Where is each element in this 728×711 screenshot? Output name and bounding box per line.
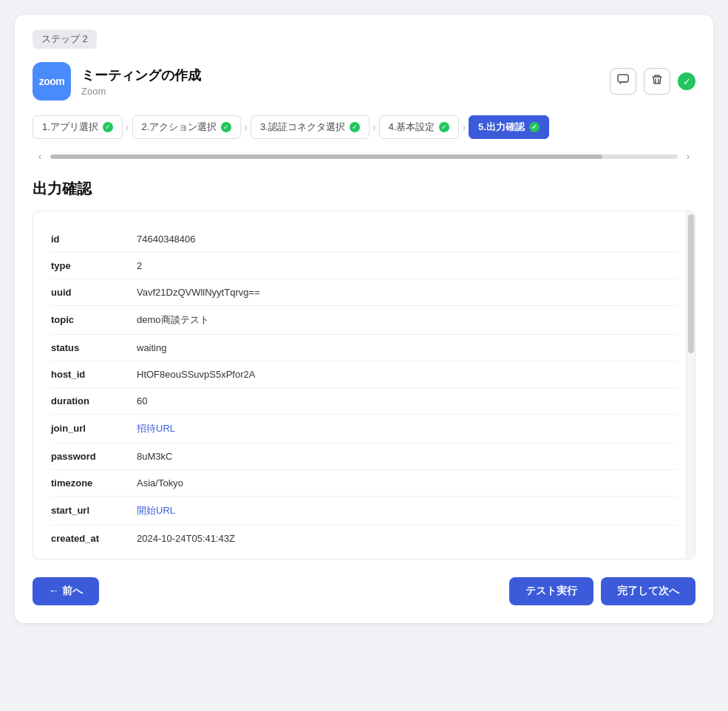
vertical-scrollbar bbox=[686, 211, 695, 559]
header-left: zoom ミーティングの作成 Zoom bbox=[33, 62, 201, 101]
step-label-3: 3.認証コネクタ選択 bbox=[260, 120, 345, 134]
scroll-row: ‹ › bbox=[33, 149, 695, 164]
field-row-created-at: created_at 2024-10-24T05:41:43Z bbox=[51, 525, 677, 551]
step-check-4: ✓ bbox=[439, 122, 449, 132]
field-row-duration: duration 60 bbox=[51, 388, 677, 415]
field-key-created-at: created_at bbox=[51, 533, 125, 544]
field-key-host-id: host_id bbox=[51, 369, 125, 380]
field-key-uuid: uuid bbox=[51, 287, 125, 298]
main-card: ステップ 2 zoom ミーティングの作成 Zoom bbox=[15, 15, 713, 623]
step-arrow-2: › bbox=[244, 121, 248, 133]
field-key-password: password bbox=[51, 451, 125, 462]
step-arrow-4: › bbox=[462, 121, 466, 133]
step-badge: ステップ 2 bbox=[33, 30, 97, 49]
scroll-left-arrow[interactable]: ‹ bbox=[33, 149, 47, 164]
field-value-id: 74640348406 bbox=[137, 234, 196, 245]
header-check-circle: ✓ bbox=[678, 72, 695, 90]
step-button-4[interactable]: 4.基本設定 ✓ bbox=[379, 115, 460, 139]
field-key-type: type bbox=[51, 260, 125, 271]
delete-button[interactable] bbox=[644, 68, 670, 95]
header-text: ミーティングの作成 Zoom bbox=[81, 67, 201, 97]
step-item-3: 3.認証コネクタ選択 ✓ › bbox=[251, 115, 376, 139]
content-inner: id 74640348406 type 2 uuid Vavf21DzQVWll… bbox=[33, 211, 695, 559]
scrollbar-track bbox=[50, 154, 678, 159]
complete-button[interactable]: 完了して次へ bbox=[601, 577, 695, 605]
step-item-1: 1.アプリ選択 ✓ › bbox=[33, 115, 129, 139]
field-key-topic: topic bbox=[51, 314, 125, 325]
field-row-uuid: uuid Vavf21DzQVWllNyytTqrvg== bbox=[51, 279, 677, 306]
step-check-5: ✓ bbox=[529, 122, 540, 132]
field-row-start-url: start_url 開始URL bbox=[51, 497, 677, 525]
step-item-2: 2.アクション選択 ✓ › bbox=[132, 115, 248, 139]
field-value-type: 2 bbox=[137, 260, 142, 271]
field-value-created-at: 2024-10-24T05:41:43Z bbox=[137, 533, 235, 544]
field-value-duration: 60 bbox=[137, 395, 147, 406]
step-label-4: 4.基本設定 bbox=[389, 120, 435, 134]
field-row-topic: topic demo商談テスト bbox=[51, 306, 677, 335]
step-label-2: 2.アクション選択 bbox=[142, 120, 217, 134]
field-row-timezone: timezone Asia/Tokyo bbox=[51, 470, 677, 497]
step-button-2[interactable]: 2.アクション選択 ✓ bbox=[132, 115, 242, 139]
field-row-status: status waiting bbox=[51, 335, 677, 361]
content-area: id 74640348406 type 2 uuid Vavf21DzQVWll… bbox=[33, 211, 695, 559]
check-icon: ✓ bbox=[683, 76, 691, 87]
field-key-status: status bbox=[51, 342, 125, 353]
field-row-id: id 74640348406 bbox=[51, 226, 677, 253]
step-arrow-1: › bbox=[126, 121, 129, 133]
field-row-join-url: join_url 招待URL bbox=[51, 415, 677, 443]
app-subtitle: Zoom bbox=[81, 86, 201, 97]
step-button-3[interactable]: 3.認証コネクタ選択 ✓ bbox=[251, 115, 370, 139]
field-key-join-url: join_url bbox=[51, 423, 125, 434]
zoom-logo: zoom bbox=[33, 62, 71, 101]
field-value-topic: demo商談テスト bbox=[137, 313, 209, 327]
field-row-host-id: host_id HtOF8eouSSuvpS5xPfor2A bbox=[51, 361, 677, 388]
run-test-button[interactable]: テスト実行 bbox=[509, 577, 593, 605]
chat-icon bbox=[617, 74, 629, 89]
right-buttons: テスト実行 完了して次へ bbox=[509, 577, 695, 605]
field-row-password: password 8uM3kC bbox=[51, 443, 677, 470]
scrollbar-thumb bbox=[50, 154, 602, 159]
vertical-scrollbar-thumb bbox=[688, 214, 694, 353]
section-title: 出力確認 bbox=[33, 179, 695, 199]
step-label-5: 5.出力確認 bbox=[478, 120, 525, 134]
field-value-host-id: HtOF8eouSSuvpS5xPfor2A bbox=[137, 369, 255, 380]
back-button[interactable]: ← 前へ bbox=[33, 577, 99, 605]
header-actions: ✓ bbox=[610, 68, 695, 95]
step-label-1: 1.アプリ選択 bbox=[42, 120, 98, 134]
step-item-5: 5.出力確認 ✓ bbox=[469, 115, 549, 139]
field-key-id: id bbox=[51, 234, 125, 245]
step-check-1: ✓ bbox=[103, 122, 113, 132]
step-check-3: ✓ bbox=[350, 122, 360, 132]
field-key-duration: duration bbox=[51, 395, 125, 406]
field-value-uuid: Vavf21DzQVWllNyytTqrvg== bbox=[137, 287, 260, 298]
scroll-right-arrow[interactable]: › bbox=[681, 149, 695, 164]
field-value-timezone: Asia/Tokyo bbox=[137, 477, 183, 489]
steps-navigation: 1.アプリ選択 ✓ › 2.アクション選択 ✓ › 3.認証コネクタ選択 ✓ ›… bbox=[33, 115, 695, 139]
field-value-join-url[interactable]: 招待URL bbox=[137, 422, 175, 435]
step-check-2: ✓ bbox=[221, 122, 231, 132]
field-value-status: waiting bbox=[137, 342, 166, 353]
step-button-5[interactable]: 5.出力確認 ✓ bbox=[469, 115, 549, 139]
trash-icon bbox=[651, 74, 663, 89]
field-value-password: 8uM3kC bbox=[137, 451, 172, 462]
field-key-timezone: timezone bbox=[51, 477, 125, 489]
svg-rect-0 bbox=[618, 75, 628, 82]
field-row-type: type 2 bbox=[51, 253, 677, 279]
app-title: ミーティングの作成 bbox=[81, 67, 201, 84]
step-button-1[interactable]: 1.アプリ選択 ✓ bbox=[33, 115, 123, 139]
header-row: zoom ミーティングの作成 Zoom bbox=[33, 62, 695, 101]
field-value-start-url[interactable]: 開始URL bbox=[137, 504, 175, 517]
chat-button[interactable] bbox=[610, 68, 636, 95]
step-arrow-3: › bbox=[372, 121, 376, 133]
field-key-start-url: start_url bbox=[51, 505, 125, 516]
footer-row: ← 前へ テスト実行 完了して次へ bbox=[33, 577, 695, 605]
step-item-4: 4.基本設定 ✓ › bbox=[379, 115, 466, 139]
